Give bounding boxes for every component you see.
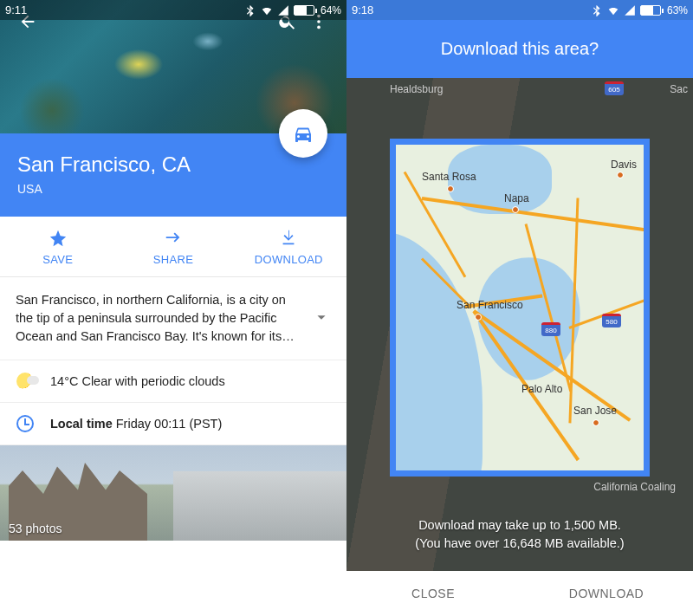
dim-city-healdsburg: Healdsburg bbox=[390, 83, 443, 95]
photo-count: 53 photos bbox=[9, 522, 62, 535]
directions-fab[interactable] bbox=[279, 109, 327, 158]
photo-strip[interactable]: 53 photos bbox=[0, 445, 346, 541]
map-label-palo-alto: Palo Alto bbox=[521, 383, 562, 395]
map-label-santa-rosa: Santa Rosa bbox=[422, 171, 476, 183]
signal-icon bbox=[277, 4, 289, 16]
weather-row[interactable]: 14°C Clear with periodic clouds bbox=[0, 360, 346, 403]
wifi-icon bbox=[261, 4, 273, 16]
status-time: 9:11 bbox=[5, 3, 27, 16]
map-dot-san-francisco bbox=[476, 314, 481, 320]
car-icon bbox=[293, 123, 314, 144]
expand-button[interactable] bbox=[312, 308, 331, 330]
share-icon bbox=[164, 229, 183, 248]
wifi-icon bbox=[607, 4, 619, 16]
place-name: San Francisco, CA bbox=[17, 152, 329, 177]
status-bar: 9:18 63% bbox=[346, 0, 693, 20]
screen-place-detail: 9:11 64% San Fra bbox=[0, 0, 346, 616]
description-text: San Francisco, in northern California, i… bbox=[16, 291, 303, 346]
status-icons: 63% bbox=[591, 4, 688, 16]
bluetooth-icon bbox=[591, 4, 603, 16]
chevron-down-icon bbox=[312, 308, 331, 327]
weather-icon bbox=[16, 373, 34, 390]
close-button[interactable]: CLOSE bbox=[346, 571, 520, 616]
local-time-text: Local time Friday 00:11 (PST) bbox=[50, 417, 222, 431]
battery-icon bbox=[640, 5, 661, 16]
star-icon bbox=[49, 229, 68, 248]
map-selection-frame[interactable]: Santa Rosa Napa Davis San Francisco Palo… bbox=[390, 139, 650, 477]
save-button[interactable]: SAVE bbox=[0, 217, 115, 276]
weather-text: 14°C Clear with periodic clouds bbox=[50, 374, 225, 388]
bluetooth-icon bbox=[244, 4, 256, 16]
download-confirm-button[interactable]: DOWNLOAD bbox=[520, 571, 693, 616]
svg-point-2 bbox=[317, 26, 321, 29]
map-area[interactable]: Healdsburg Sac California Coaling 605 Sa… bbox=[346, 78, 693, 571]
caption-size: Download may take up to 1,500 MB. bbox=[346, 516, 693, 535]
map-label-san-jose: San Jose bbox=[573, 405, 617, 417]
battery-percent: 64% bbox=[321, 4, 341, 16]
svg-point-1 bbox=[317, 20, 321, 23]
map-dot-santa-rosa bbox=[448, 186, 453, 191]
status-icons: 64% bbox=[244, 4, 341, 16]
map-dot-san-jose bbox=[593, 420, 599, 425]
description-row[interactable]: San Francisco, in northern California, i… bbox=[0, 277, 346, 360]
share-label: SHARE bbox=[153, 253, 193, 266]
place-country: USA bbox=[17, 182, 329, 196]
caption-available: (You have over 16,648 MB available.) bbox=[346, 535, 693, 554]
status-bar: 9:11 64% bbox=[0, 0, 346, 20]
map-dot-davis bbox=[618, 172, 623, 178]
save-label: SAVE bbox=[42, 253, 73, 266]
highway-shield-605: 605 bbox=[605, 81, 624, 95]
map-label-napa: Napa bbox=[504, 192, 529, 204]
place-title-block: San Francisco, CA USA bbox=[0, 133, 346, 217]
download-icon bbox=[279, 229, 298, 248]
download-header: Download this area? bbox=[346, 20, 693, 78]
highway-shield-880: 880 bbox=[541, 322, 560, 336]
local-time-row[interactable]: Local time Friday 00:11 (PST) bbox=[0, 403, 346, 445]
share-button[interactable]: SHARE bbox=[115, 217, 230, 276]
map-label-davis: Davis bbox=[611, 159, 637, 171]
status-time: 9:18 bbox=[352, 3, 373, 16]
map-dot-napa bbox=[513, 207, 518, 212]
dim-region-coalinga: California Coaling bbox=[593, 482, 676, 493]
battery-icon bbox=[294, 5, 314, 16]
screen-download-area: 9:18 63% Download this area? Healdsburg … bbox=[346, 0, 693, 616]
highway-shield-580: 580 bbox=[602, 314, 621, 327]
battery-percent: 63% bbox=[667, 4, 688, 16]
map-label-san-francisco: San Francisco bbox=[457, 299, 523, 311]
signal-icon bbox=[624, 4, 636, 16]
action-row: SAVE SHARE DOWNLOAD bbox=[0, 217, 346, 277]
download-label: DOWNLOAD bbox=[255, 253, 323, 266]
clock-icon bbox=[16, 415, 34, 432]
download-dialog-actions: CLOSE DOWNLOAD bbox=[346, 571, 693, 616]
map-ocean bbox=[390, 231, 483, 477]
dim-city-sacramento: Sac bbox=[670, 83, 688, 95]
download-button[interactable]: DOWNLOAD bbox=[231, 217, 346, 276]
download-size-caption: Download may take up to 1,500 MB. (You h… bbox=[346, 516, 693, 554]
